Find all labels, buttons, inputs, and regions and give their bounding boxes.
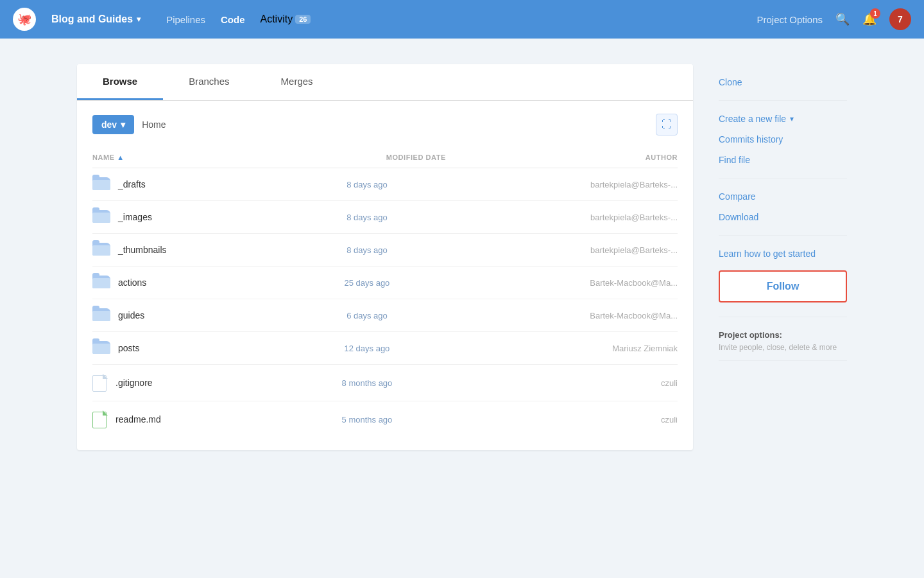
activity-count: 26 [295,15,311,24]
file-name-cell: posts [92,332,288,365]
branch-selector[interactable]: dev ▾ [92,115,134,134]
sidebar: Clone Create a new file ▾ Commits histor… [719,64,847,450]
file-name[interactable]: guides [118,310,144,320]
folder-icon [92,210,110,224]
main-nav: Pipelines Code Activity 26 [166,13,311,25]
file-name-cell: actions [92,267,288,299]
tabs-bar: Browse Branches Merges [77,64,693,101]
sort-icon: ▲ [117,153,124,161]
branch-bar: dev ▾ Home ⛶ [92,114,678,136]
nav-code[interactable]: Code [221,14,245,25]
code-browser: Browse Branches Merges dev ▾ Home ⛶ [77,64,693,450]
file-name[interactable]: posts [118,343,139,353]
file-author: Bartek-Macbook@Ma... [446,299,678,332]
file-name-cell: guides [92,299,288,332]
table-row[interactable]: actions25 days agoBartek-Macbook@Ma... [92,267,678,299]
file-name-cell: readme.md [92,401,288,438]
folder-icon [92,308,110,322]
folder-icon [92,177,110,191]
file-icon [92,410,108,428]
file-name[interactable]: readme.md [116,414,161,425]
table-row[interactable]: _drafts8 days agobartekpiela@Barteks-... [92,168,678,201]
sidebar-learn-section: Learn how to get started Follow [719,236,847,317]
table-row[interactable]: posts12 days agoMariusz Ziemniak [92,332,678,365]
project-name[interactable]: Blog and Guides ▾ [51,13,141,25]
folder-icon [92,243,110,257]
file-icon [92,374,108,392]
sidebar-compare-section: Compare Download [719,179,847,236]
sidebar-file-section: Create a new file ▾ Commits history Find… [719,101,847,179]
file-date: 8 months ago [288,365,446,401]
folder-icon [92,341,110,355]
tab-branches[interactable]: Branches [163,64,255,100]
file-name-cell: _images [92,201,288,234]
file-date: 8 days ago [288,168,446,201]
file-name-cell: _thumbnails [92,234,288,267]
col-author: AUTHOR [446,148,678,168]
table-row[interactable]: _images8 days agobartekpiela@Barteks-... [92,201,678,234]
file-date: 8 days ago [288,234,446,267]
file-name[interactable]: .gitignore [116,378,153,388]
file-date: 8 days ago [288,201,446,234]
file-date: 25 days ago [288,267,446,299]
create-new-file-link[interactable]: Create a new file ▾ [719,109,847,129]
file-name[interactable]: _thumbnails [118,245,167,255]
logo[interactable]: 🐙 [13,8,36,31]
find-file-link[interactable]: Find file [719,150,847,170]
table-row[interactable]: guides6 days agoBartek-Macbook@Ma... [92,299,678,332]
sidebar-clone-section: Clone [719,64,847,101]
download-link[interactable]: Download [719,207,847,227]
file-name-cell: _drafts [92,168,288,201]
file-table: NAME ▲ MODIFIED DATE AUTHOR _drafts8 day… [92,148,678,437]
file-author: Bartek-Macbook@Ma... [446,267,678,299]
compare-link[interactable]: Compare [719,186,847,207]
file-name[interactable]: _drafts [118,179,146,189]
file-author: bartekpiela@Barteks-... [446,168,678,201]
file-author: Mariusz Ziemniak [446,332,678,365]
clone-link[interactable]: Clone [719,72,847,92]
header-right: Project Options 🔍 🔔 1 7 [757,8,911,30]
file-author: czuli [446,365,678,401]
commits-history-link[interactable]: Commits history [719,129,847,150]
project-options-sub: Invite people, close, delete & more [719,343,837,352]
col-name: NAME ▲ [92,148,288,168]
tab-browse[interactable]: Browse [77,64,163,100]
follow-button[interactable]: Follow [719,270,847,302]
nav-activity[interactable]: Activity 26 [261,13,311,25]
project-options-link[interactable]: Project Options [757,14,823,25]
table-row[interactable]: .gitignore8 months agoczuli [92,365,678,401]
file-date: 12 days ago [288,332,446,365]
chevron-down-icon: ▾ [137,15,141,24]
branch-chevron-icon: ▾ [121,119,125,130]
col-modified-date: MODIFIED DATE [288,148,446,168]
file-date: 5 months ago [288,401,446,438]
file-name-cell: .gitignore [92,365,288,401]
file-name[interactable]: actions [118,277,146,288]
sidebar-project-options-section: Project options: Invite people, close, d… [719,317,847,361]
learn-link[interactable]: Learn how to get started [719,243,847,264]
folder-icon [92,276,110,290]
tab-merges[interactable]: Merges [255,64,339,100]
file-browser: dev ▾ Home ⛶ NAME ▲ MODIFIED DATE AUTHOR [77,101,693,450]
main-content: Browse Branches Merges dev ▾ Home ⛶ [0,39,924,476]
notifications-icon[interactable]: 🔔 1 [862,12,877,26]
project-options-label: Project options: [719,325,847,341]
avatar[interactable]: 7 [889,8,911,30]
table-row[interactable]: _thumbnails8 days agobartekpiela@Barteks… [92,234,678,267]
nav-pipelines[interactable]: Pipelines [166,14,205,25]
file-author: czuli [446,401,678,438]
file-author: bartekpiela@Barteks-... [446,201,678,234]
table-row[interactable]: readme.md5 months agoczuli [92,401,678,438]
header: 🐙 Blog and Guides ▾ Pipelines Code Activ… [0,0,924,39]
create-file-caret-icon: ▾ [790,114,794,123]
notification-badge: 1 [870,8,880,19]
file-name[interactable]: _images [118,212,152,222]
file-date: 6 days ago [288,299,446,332]
expand-button[interactable]: ⛶ [656,114,678,136]
file-author: bartekpiela@Barteks-... [446,234,678,267]
search-icon[interactable]: 🔍 [835,12,850,26]
path-home: Home [142,119,166,130]
